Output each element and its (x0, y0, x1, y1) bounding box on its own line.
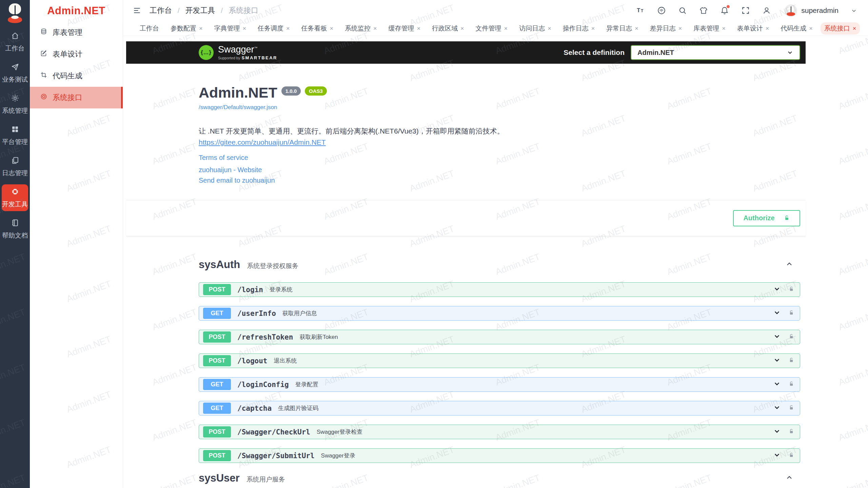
collapse-section-icon[interactable] (785, 473, 793, 483)
endpoint-row[interactable]: POST /Swagger/SubmitUrl Swagger登录 (199, 448, 800, 463)
chevron-down-icon[interactable] (851, 7, 857, 14)
endpoint-row[interactable]: GET /loginConfig 登录配置 (199, 377, 800, 392)
endpoint-row[interactable]: POST /logout 退出系统 (199, 353, 800, 368)
rail-item-platform-mgmt[interactable]: 平台管理 (2, 122, 28, 149)
expand-chevron-icon[interactable] (773, 332, 781, 342)
close-icon[interactable]: × (722, 25, 726, 32)
documents-icon (11, 156, 19, 166)
section-header-sysuser[interactable]: sysUser 系统用户服务 (199, 472, 800, 484)
lock-icon[interactable] (788, 452, 794, 460)
expand-chevron-icon[interactable] (773, 285, 781, 294)
swagger-ui: {…} Swagger™ Supported bySMARTBEAR Selec… (126, 41, 806, 488)
expand-chevron-icon[interactable] (773, 309, 781, 318)
close-icon[interactable]: × (330, 25, 334, 32)
lock-icon[interactable] (788, 333, 794, 341)
tab-item[interactable]: 任务看板 × (298, 22, 337, 35)
lock-icon[interactable] (788, 381, 794, 388)
close-icon[interactable]: × (809, 25, 813, 32)
tab-item[interactable]: 代码生成 × (777, 22, 816, 35)
lock-icon[interactable] (788, 428, 794, 436)
tab-item[interactable]: 系统接口 × (821, 22, 860, 35)
lock-icon[interactable] (788, 405, 794, 412)
app-logo-mascot[interactable] (5, 3, 24, 23)
expand-chevron-icon[interactable] (773, 380, 781, 389)
definition-select[interactable]: Admin.NET (631, 45, 800, 60)
endpoint-row[interactable]: POST /login 登录系统 (199, 282, 800, 297)
search-icon[interactable] (678, 6, 687, 15)
font-size-icon[interactable]: TT (636, 6, 645, 15)
username-label[interactable]: superadmin (801, 6, 839, 15)
section-header-sysauth[interactable]: sysAuth 系统登录授权服务 (199, 259, 800, 271)
tab-item[interactable]: 行政区域 × (428, 22, 468, 35)
close-icon[interactable]: × (548, 25, 551, 32)
sidebar-item-system-api[interactable]: 系统接口 (30, 87, 123, 108)
close-icon[interactable]: × (286, 25, 290, 32)
close-icon[interactable]: × (417, 25, 421, 32)
tab-item[interactable]: 异常日志 × (603, 22, 642, 35)
tab-item[interactable]: 工作台 (136, 22, 163, 35)
terms-link[interactable]: Terms of service (199, 153, 800, 162)
email-link[interactable]: Send email to zuohuaijun (199, 176, 800, 185)
fullscreen-icon[interactable] (741, 6, 750, 15)
endpoint-row[interactable]: GET /captcha 生成图片验证码 (199, 401, 800, 415)
close-icon[interactable]: × (243, 25, 246, 32)
tab-item[interactable]: 访问日志 × (515, 22, 555, 35)
rail-item-help-docs[interactable]: 帮助文档 (2, 216, 28, 242)
breadcrumb-item[interactable]: 开发工具 (185, 5, 215, 16)
language-icon[interactable]: 中 (657, 6, 666, 15)
collapse-menu-icon[interactable] (133, 6, 141, 15)
oas-badge: OAS3 (305, 86, 327, 96)
rail-item-log-mgmt[interactable]: 日志管理 (2, 153, 28, 180)
user-avatar[interactable] (785, 4, 797, 17)
rail-item-dev-tools[interactable]: 开发工具 (2, 184, 28, 211)
tab-item[interactable]: 缓存管理 × (385, 22, 425, 35)
endpoint-row[interactable]: GET /userInfo 获取用户信息 (199, 306, 800, 321)
notifications-bell-icon[interactable] (720, 6, 729, 15)
expand-chevron-icon[interactable] (773, 404, 781, 413)
endpoint-path: /userInfo (237, 309, 276, 318)
expand-chevron-icon[interactable] (773, 356, 781, 365)
tab-item[interactable]: 任务调度 × (254, 22, 294, 35)
tab-item[interactable]: 参数配置 × (167, 22, 206, 35)
repo-link[interactable]: https://gitee.com/zuohuaijun/Admin.NET (199, 138, 800, 146)
lock-icon[interactable] (788, 310, 794, 317)
tab-item[interactable]: 表单设计 × (733, 22, 773, 35)
sidebar-item-code-gen[interactable]: 代码生成 (30, 65, 123, 87)
rail-item-label: 开发工具 (2, 200, 28, 209)
close-icon[interactable]: × (635, 25, 638, 32)
close-icon[interactable]: × (199, 25, 203, 32)
close-icon[interactable]: × (591, 25, 595, 32)
tab-item[interactable]: 库表管理 × (690, 22, 729, 35)
endpoint-row[interactable]: POST /Swagger/CheckUrl Swagger登录检查 (199, 425, 800, 439)
breadcrumb-item[interactable]: 工作台 (150, 5, 172, 16)
user-icon[interactable] (762, 6, 771, 15)
sidebar-item-form-design[interactable]: 表单设计 (30, 43, 123, 65)
website-link[interactable]: zuohuaijun - Website (199, 165, 800, 175)
tab-item[interactable]: 字典管理 × (211, 22, 250, 35)
lock-icon[interactable] (788, 286, 794, 293)
spec-url-link[interactable]: /swagger/Default/swagger.json (199, 104, 800, 111)
tab-item[interactable]: 系统监控 × (341, 22, 381, 35)
close-icon[interactable]: × (460, 25, 464, 32)
sidebar-item-table-mgmt[interactable]: 库表管理 (30, 22, 123, 43)
close-icon[interactable]: × (504, 25, 508, 32)
endpoint-path: /loginConfig (237, 381, 289, 389)
rail-item-business-test[interactable]: 业务测试 (2, 60, 28, 86)
close-icon[interactable]: × (766, 25, 769, 32)
rail-item-system-mgmt[interactable]: 系统管理 (2, 91, 28, 118)
tab-item[interactable]: 差异日志 × (646, 22, 686, 35)
close-icon[interactable]: × (373, 25, 377, 32)
close-icon[interactable]: × (678, 25, 682, 32)
collapse-section-icon[interactable] (785, 260, 793, 269)
tab-item[interactable]: 操作日志 × (559, 22, 599, 35)
authorize-button[interactable]: Authorize (733, 210, 800, 226)
breadcrumb: 工作台 / 开发工具 / 系统接口 (150, 5, 258, 16)
rail-item-workbench[interactable]: 工作台 (2, 28, 28, 55)
expand-chevron-icon[interactable] (773, 451, 781, 460)
theme-shirt-icon[interactable] (699, 6, 708, 15)
expand-chevron-icon[interactable] (773, 427, 781, 436)
endpoint-row[interactable]: POST /refreshToken 获取刷新Token (199, 330, 800, 344)
tab-item[interactable]: 文件管理 × (472, 22, 512, 35)
lock-icon[interactable] (788, 357, 794, 365)
close-icon[interactable]: × (853, 25, 856, 32)
